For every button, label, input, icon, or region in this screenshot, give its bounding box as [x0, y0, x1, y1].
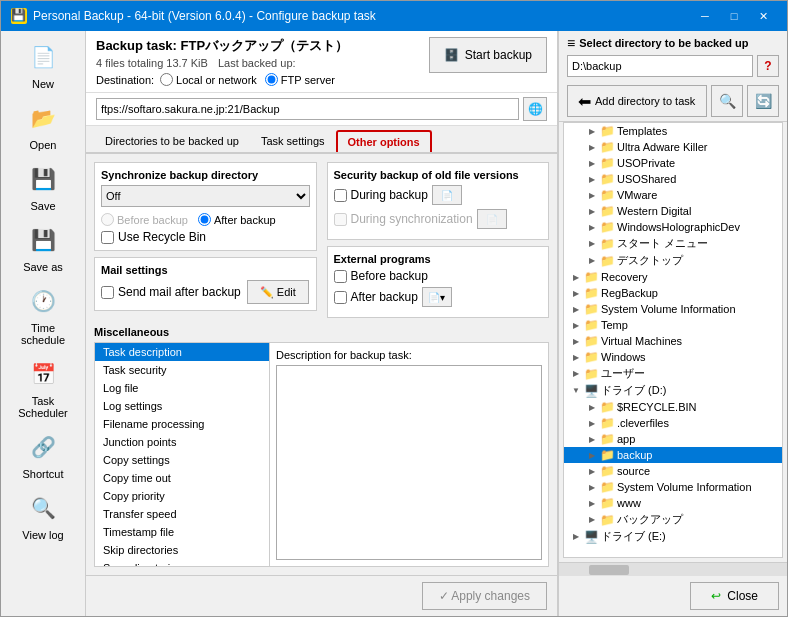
save-icon: 💾 — [25, 161, 61, 197]
tree-item[interactable]: ▶📁RegBackup — [564, 285, 782, 301]
during-sync-btn[interactable]: 📄 — [477, 209, 507, 229]
misc-list-item[interactable]: Scan directories — [95, 559, 269, 566]
during-backup-label: During backup — [351, 188, 428, 202]
scrollbar-h[interactable] — [559, 562, 787, 576]
during-sync-checkbox[interactable] — [334, 213, 347, 226]
tree-item[interactable]: ▶📁System Volume Information — [564, 301, 782, 317]
tree-item[interactable]: ▶📁$RECYCLE.BIN — [564, 399, 782, 415]
misc-list-item[interactable]: Junction points — [95, 433, 269, 451]
ext-after-btn[interactable]: 📄▾ — [422, 287, 452, 307]
tree-item[interactable]: ▶📁スタート メニュー — [564, 235, 782, 252]
tree-chevron-icon: ▶ — [586, 401, 598, 413]
misc-list-item[interactable]: Log settings — [95, 397, 269, 415]
close-button[interactable]: ↩ Close — [690, 582, 779, 610]
tree-item[interactable]: ▶📁Ultra Adware Killer — [564, 139, 782, 155]
after-backup-radio[interactable] — [198, 213, 211, 226]
url-browse-button[interactable]: 🌐 — [523, 97, 547, 121]
during-backup-checkbox[interactable] — [334, 189, 347, 202]
tree-item[interactable]: ▶📁source — [564, 463, 782, 479]
tree-chevron-icon: ▶ — [586, 255, 598, 267]
new-icon: 📄 — [25, 39, 61, 75]
sidebar-item-shortcut[interactable]: 🔗 Shortcut — [6, 425, 81, 484]
sidebar-item-save[interactable]: 💾 Save — [6, 157, 81, 216]
tab-directories[interactable]: Directories to be backed up — [94, 130, 250, 152]
tree-item[interactable]: ▶📁USOPrivate — [564, 155, 782, 171]
sidebar-item-save-as[interactable]: 💾 Save as — [6, 218, 81, 277]
sidebar-item-view-log[interactable]: 🔍 View log — [6, 486, 81, 545]
sync-select[interactable]: Off On — [101, 185, 310, 207]
apply-button[interactable]: ✓ Apply changes — [422, 582, 547, 610]
tree-item[interactable]: ▶📁.cleverfiles — [564, 415, 782, 431]
misc-list-item[interactable]: Skip directories — [95, 541, 269, 559]
ftp-option[interactable]: FTP server — [265, 73, 335, 86]
minimize-button[interactable]: ─ — [691, 6, 719, 26]
tab-task-settings[interactable]: Task settings — [250, 130, 336, 152]
recycle-bin-checkbox[interactable] — [101, 231, 114, 244]
add-dir-button[interactable]: ⬅ Add directory to task — [567, 85, 707, 117]
tree-folder-icon: 📁 — [600, 513, 615, 527]
during-backup-btn[interactable]: 📄 — [432, 185, 462, 205]
maximize-button[interactable]: □ — [720, 6, 748, 26]
tree-item[interactable]: ▶📁www — [564, 495, 782, 511]
tree-item-label: スタート メニュー — [617, 236, 708, 251]
misc-list-item[interactable]: Log file — [95, 379, 269, 397]
sidebar-item-task-scheduler[interactable]: 📅 Task Scheduler — [6, 352, 81, 423]
backup-btn-icon: 🗄️ — [444, 48, 459, 62]
tree-item[interactable]: ▶🖥️ドライブ (E:) — [564, 528, 782, 545]
nav-button-1[interactable]: 🔍 — [711, 85, 743, 117]
misc-list-item[interactable]: Copy settings — [95, 451, 269, 469]
after-backup-option[interactable]: After backup — [198, 213, 276, 226]
tree-item[interactable]: ▶📁VMware — [564, 187, 782, 203]
send-mail-checkbox[interactable] — [101, 286, 114, 299]
tree-item[interactable]: ▼🖥️ドライブ (D:) — [564, 382, 782, 399]
tree-item[interactable]: ▶📁USOShared — [564, 171, 782, 187]
ftp-radio[interactable] — [265, 73, 278, 86]
url-row: 🌐 — [86, 93, 557, 126]
tree-item-label: Templates — [617, 125, 667, 137]
tree-item[interactable]: ▶📁Western Digital — [564, 203, 782, 219]
help-button[interactable]: ? — [757, 55, 779, 77]
edit-mail-button[interactable]: ✏️ Edit — [247, 280, 309, 304]
start-backup-button[interactable]: 🗄️ Start backup — [429, 37, 547, 73]
tree-folder-icon: 📁 — [600, 432, 615, 446]
before-backup-radio[interactable] — [101, 213, 114, 226]
before-backup-option[interactable]: Before backup — [101, 213, 188, 226]
sidebar-item-new[interactable]: 📄 New — [6, 35, 81, 94]
misc-list-item[interactable]: Transfer speed — [95, 505, 269, 523]
tree-item[interactable]: ▶📁Templates — [564, 123, 782, 139]
ext-after-checkbox[interactable] — [334, 291, 347, 304]
tree-item[interactable]: ▶📁ユーザー — [564, 365, 782, 382]
local-network-radio[interactable] — [160, 73, 173, 86]
tree-item[interactable]: ▶📁backup — [564, 447, 782, 463]
sidebar-item-time-schedule[interactable]: 🕐 Time schedule — [6, 279, 81, 350]
tab-other-options[interactable]: Other options — [336, 130, 432, 152]
tree-chevron-icon: ▼ — [570, 385, 582, 397]
misc-list-item[interactable]: Task security — [95, 361, 269, 379]
local-network-option[interactable]: Local or network — [160, 73, 257, 86]
nav-button-2[interactable]: 🔄 — [747, 85, 779, 117]
sidebar-scheduler-label: Task Scheduler — [8, 395, 79, 419]
tree-item[interactable]: ▶📁Temp — [564, 317, 782, 333]
desc-textarea[interactable] — [276, 365, 542, 560]
tree-item[interactable]: ▶📁WindowsHolographicDev — [564, 219, 782, 235]
dir-input[interactable] — [567, 55, 753, 77]
close-window-button[interactable]: ✕ — [749, 6, 777, 26]
misc-list-item[interactable]: Timestamp file — [95, 523, 269, 541]
sidebar-item-open[interactable]: 📂 Open — [6, 96, 81, 155]
tree-item[interactable]: ▶📁バックアップ — [564, 511, 782, 528]
tree-item[interactable]: ▶📁デスクトップ — [564, 252, 782, 269]
tree-chevron-icon: ▶ — [586, 449, 598, 461]
ext-before-checkbox[interactable] — [334, 270, 347, 283]
misc-list-item[interactable]: Copy priority — [95, 487, 269, 505]
misc-list-item[interactable]: Task description — [95, 343, 269, 361]
misc-list-item[interactable]: Filename processing — [95, 415, 269, 433]
tree-item[interactable]: ▶📁Recovery — [564, 269, 782, 285]
tree-item[interactable]: ▶📁Windows — [564, 349, 782, 365]
tree-folder-icon: 📁 — [584, 334, 599, 348]
tree-item[interactable]: ▶📁System Volume Information — [564, 479, 782, 495]
url-input[interactable] — [96, 98, 519, 120]
misc-list-item[interactable]: Copy time out — [95, 469, 269, 487]
tree-container[interactable]: ▶📁Templates▶📁Ultra Adware Killer▶📁USOPri… — [563, 122, 783, 558]
tree-item[interactable]: ▶📁app — [564, 431, 782, 447]
tree-item[interactable]: ▶📁Virtual Machines — [564, 333, 782, 349]
